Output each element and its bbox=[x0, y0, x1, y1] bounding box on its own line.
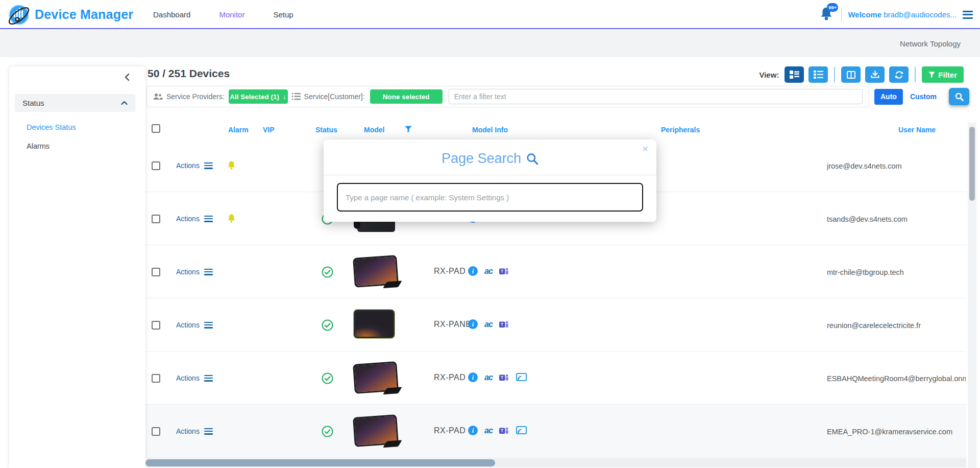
column-header-model[interactable]: Model bbox=[364, 126, 384, 134]
tablet-device-image bbox=[353, 255, 399, 288]
vertical-scrollbar-thumb[interactable] bbox=[969, 127, 975, 201]
user-name: ESBAHQMeetingRoom4@berryglobal.onmic bbox=[827, 375, 966, 383]
model-info-icons: iacT bbox=[468, 426, 527, 435]
download-button[interactable] bbox=[865, 66, 885, 83]
sidebar-collapse-icon[interactable] bbox=[123, 73, 134, 84]
audiocodes-icon[interactable]: ac bbox=[484, 426, 493, 435]
notification-count-badge[interactable]: 99+ bbox=[827, 3, 838, 12]
model-info-icons: iacT bbox=[468, 266, 509, 276]
auto-button[interactable]: Auto bbox=[874, 89, 903, 105]
columns-button[interactable] bbox=[841, 66, 861, 83]
devices-count-title: 50 / 251 Devices bbox=[148, 67, 230, 80]
actions-button[interactable]: Actions bbox=[176, 215, 213, 223]
column-header-status[interactable]: Status bbox=[315, 126, 337, 134]
nav-item-setup[interactable]: Setup bbox=[273, 10, 293, 19]
nav-item-monitor[interactable]: Monitor bbox=[219, 10, 244, 19]
sidebar-section-status[interactable]: Status bbox=[15, 94, 135, 112]
audiocodes-icon[interactable]: ac bbox=[484, 320, 493, 329]
service-customer-dropdown[interactable]: None selected bbox=[370, 89, 443, 104]
horizontal-scrollbar-thumb[interactable] bbox=[145, 459, 495, 466]
view-label: View: bbox=[759, 71, 779, 79]
row-checkbox[interactable] bbox=[152, 161, 160, 170]
refresh-button[interactable] bbox=[889, 66, 909, 83]
audiocodes-icon[interactable]: ac bbox=[484, 267, 493, 276]
select-all-checkbox[interactable] bbox=[152, 124, 160, 133]
actions-button[interactable]: Actions bbox=[176, 374, 213, 382]
users-icon bbox=[153, 93, 163, 101]
view-card-button[interactable] bbox=[785, 66, 804, 83]
user-name: EMEA_PRO-1@krameravservice.com bbox=[827, 428, 966, 436]
custom-button[interactable]: Custom bbox=[910, 92, 937, 101]
info-icon[interactable]: i bbox=[468, 426, 478, 435]
sidebar-item-devices-status[interactable]: Devices Status bbox=[9, 118, 145, 136]
top-header: Device Manager DashboardMonitorSetup 99+… bbox=[0, 0, 980, 29]
actions-button[interactable]: Actions bbox=[176, 321, 213, 329]
vertical-scrollbar[interactable] bbox=[968, 123, 976, 468]
filter-button[interactable]: Filter bbox=[922, 66, 964, 83]
info-icon[interactable]: i bbox=[468, 266, 478, 276]
row-checkbox[interactable] bbox=[152, 321, 160, 330]
row-checkbox[interactable] bbox=[152, 215, 160, 223]
page-search-modal: × Page Search bbox=[324, 139, 656, 222]
svg-text:T: T bbox=[501, 375, 504, 380]
actions-label: Actions bbox=[176, 374, 200, 382]
alarm-bell-icon[interactable] bbox=[227, 160, 236, 170]
actions-menu-icon bbox=[204, 322, 213, 329]
service-customer-label: Service[Customer]: bbox=[304, 92, 365, 101]
actions-menu-icon bbox=[204, 375, 213, 382]
page-search-input[interactable] bbox=[337, 183, 643, 212]
alarm-bell-icon[interactable] bbox=[227, 214, 236, 223]
app-title: Device Manager bbox=[35, 7, 133, 22]
sidebar-item-alarms[interactable]: Alarms bbox=[9, 136, 145, 155]
welcome-user[interactable]: Welcome bradb@audiocodes... bbox=[848, 10, 957, 19]
cast-icon[interactable] bbox=[516, 426, 527, 435]
user-name: reunion@carelecelectricite.fr bbox=[827, 321, 966, 330]
search-button[interactable] bbox=[949, 88, 969, 105]
table-header: Alarm VIP Status Model Model Info Periph… bbox=[145, 123, 966, 139]
sidebar-items: Devices StatusAlarms bbox=[9, 118, 145, 155]
main-content: 50 / 251 Devices View: Filter bbox=[145, 57, 966, 468]
status-ok-icon bbox=[322, 426, 333, 437]
nav-item-dashboard[interactable]: Dashboard bbox=[153, 10, 190, 19]
model-filter-funnel-icon[interactable] bbox=[405, 126, 412, 133]
actions-button[interactable]: Actions bbox=[176, 161, 213, 170]
actions-menu-icon bbox=[204, 428, 213, 435]
service-providers-label: Service Providers: bbox=[166, 92, 225, 101]
service-providers-dropdown[interactable]: All Selected (1) ↓ bbox=[229, 89, 288, 104]
teams-icon[interactable]: T bbox=[499, 267, 509, 276]
filter-text-input[interactable] bbox=[449, 89, 863, 104]
teams-icon[interactable]: T bbox=[499, 426, 509, 435]
menu-hamburger-icon[interactable] bbox=[963, 11, 973, 19]
tablet-device-image bbox=[353, 361, 399, 394]
actions-button[interactable]: Actions bbox=[176, 268, 213, 276]
column-header-user-name[interactable]: User Name bbox=[898, 126, 936, 134]
dropdown-arrow-icon: ↓ bbox=[283, 93, 286, 101]
cast-icon[interactable] bbox=[516, 373, 527, 382]
view-list-button[interactable] bbox=[808, 66, 828, 83]
info-icon[interactable]: i bbox=[468, 372, 478, 382]
row-checkbox[interactable] bbox=[152, 374, 160, 383]
actions-label: Actions bbox=[176, 321, 200, 329]
actions-menu-icon bbox=[204, 269, 213, 275]
audiocodes-icon[interactable]: ac bbox=[484, 373, 493, 382]
info-icon[interactable]: i bbox=[468, 319, 478, 329]
column-header-peripherals[interactable]: Peripherals bbox=[661, 126, 700, 134]
tablet-device-image bbox=[353, 414, 399, 447]
actions-button[interactable]: Actions bbox=[176, 427, 213, 435]
model-info-icons: iacT bbox=[468, 372, 527, 382]
row-checkbox[interactable] bbox=[152, 427, 160, 436]
list-icon bbox=[292, 93, 301, 100]
toolbar-separator bbox=[915, 67, 916, 82]
column-header-model-info[interactable]: Model Info bbox=[472, 126, 508, 134]
column-header-alarm[interactable]: Alarm bbox=[228, 126, 249, 134]
app-logo-icon[interactable] bbox=[7, 3, 31, 27]
notifications-bell-icon[interactable]: 99+ bbox=[820, 7, 835, 23]
row-checkbox[interactable] bbox=[152, 268, 160, 276]
welcome-label: Welcome bbox=[848, 10, 881, 19]
teams-icon[interactable]: T bbox=[499, 373, 509, 382]
column-header-vip[interactable]: VIP bbox=[263, 126, 275, 134]
teams-icon[interactable]: T bbox=[499, 320, 509, 329]
horizontal-scrollbar[interactable] bbox=[145, 458, 966, 467]
model-name: RX-PAD bbox=[434, 426, 465, 435]
network-topology-link[interactable]: Network Topology bbox=[900, 30, 961, 57]
